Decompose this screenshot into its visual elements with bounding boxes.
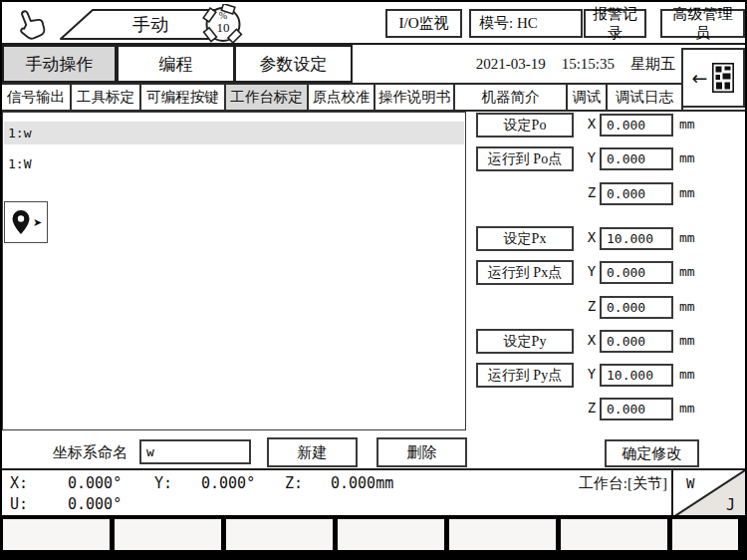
z-axis-value: 0.000mm [331,474,393,492]
coordinate-naming-label: 坐标系命名 [53,443,127,462]
joint-mode-label: J [726,496,735,514]
x-axis-label: X: [10,474,28,492]
softkey-cell[interactable] [114,518,222,551]
list-item[interactable]: 1:w [4,122,464,144]
location-pin-icon [10,209,32,235]
time-text: 15:15:35 [562,56,615,73]
run-to-px-button[interactable]: 运行到 Px点 [476,260,574,285]
subtab-operation-manual[interactable]: 操作说明书 [375,85,455,110]
mode-banner: % 10 手动 [56,4,255,44]
subtab-debug-log[interactable]: 调试日志 [608,85,683,110]
softkey-cell[interactable] [337,518,445,551]
u-axis-value: 0.000° [68,495,122,513]
date-text: 2021-03-19 [476,56,546,73]
workbench-mode-label: 工作台:[关节] [543,474,667,493]
axis-label: Z [585,400,599,416]
set-po-button[interactable]: 设定Po [476,113,574,138]
px-z-field[interactable]: 0.000 [600,296,673,319]
sub-tab-row: 信号输出 工具标定 可编程按键 工作台标定 原点校准 操作说明书 机器简介 调试… [2,85,745,112]
datetime-display: 2021-03-19 15:15:35 星期五 [476,45,675,83]
pin-arrow-icon: ➤ [33,216,42,229]
u-axis-label: U: [10,495,28,513]
po-x-field[interactable]: 0.000 [600,114,673,137]
po-z-field[interactable]: 0.000 [600,182,673,205]
delete-button[interactable]: 删除 [376,437,467,467]
main-tab-row: 手动操作 编程 参数设定 2021-03-19 15:15:35 星期五 [2,45,745,85]
axis-label: X [585,116,599,132]
subtab-origin-calibration[interactable]: 原点校准 [309,85,375,110]
location-pin-button[interactable]: ➤ [4,201,48,243]
unit-label: mm [679,367,695,382]
softkey-cell[interactable] [225,518,334,551]
unit-label: mm [679,117,695,132]
coordinate-system-list: 1:w 1:W ➤ [2,112,466,430]
axis-label: Y [585,149,599,165]
weekday-text: 星期五 [630,55,675,74]
softkey-cell[interactable] [671,518,739,551]
model-number-box: 模号: HC [469,9,583,38]
new-button[interactable]: 新建 [267,437,358,467]
confirm-modify-button[interactable]: 确定修改 [605,439,699,467]
collapse-panel-button[interactable]: ← [681,48,745,108]
po-y-field[interactable]: 0.000 [600,147,673,170]
unit-label: mm [679,264,695,279]
status-bar: X: 0.000° Y: 0.000° Z: 0.000mm U: 0.000°… [2,468,745,515]
unit-label: mm [679,230,695,245]
mode-label: 手动 [132,15,168,35]
z-axis-label: Z: [285,474,303,492]
hand-pointer-icon [12,5,50,43]
set-px-button[interactable]: 设定Px [476,226,574,251]
x-axis-value: 0.000° [68,474,122,492]
speed-value: 10 [217,20,230,35]
y-axis-label: Y: [154,474,172,492]
top-bar: % 10 手动 I/O监视 模号: HC 报警记录 高级管理员 [2,2,745,45]
softkey-cell[interactable] [2,518,111,551]
set-py-button[interactable]: 设定Py [476,329,574,354]
softkey-cell[interactable] [560,518,668,551]
alarm-record-button[interactable]: 报警记录 [584,9,646,38]
speed-gear-icon: % 10 [203,4,241,43]
px-y-field[interactable]: 0.000 [600,261,673,284]
unit-label: mm [679,185,695,200]
list-item[interactable]: 1:W [4,152,464,175]
tab-programming[interactable]: 编程 [117,45,235,83]
io-monitor-button[interactable]: I/O监视 [385,9,462,38]
unit-label: mm [679,150,695,165]
softkey-cell[interactable] [448,518,557,551]
axis-label: X [585,332,599,348]
coordinate-name-input[interactable] [139,439,251,464]
user-level-button[interactable]: 高级管理员 [660,9,745,38]
y-axis-value: 0.000° [201,474,255,492]
back-arrow-icon: ← [692,67,708,89]
robot-teach-pendant-screen: % 10 手动 I/O监视 模号: HC 报警记录 高级管理员 手动操作 编程 … [0,0,747,560]
py-y-field[interactable]: 10.000 [600,364,673,387]
axis-label: Z [585,184,599,200]
world-mode-label: W [686,475,695,491]
subtab-tool-calibration[interactable]: 工具标定 [72,85,141,110]
axis-label: Y [585,263,599,279]
py-z-field[interactable]: 0.000 [600,398,673,420]
subtab-signal-output[interactable]: 信号输出 [2,85,72,110]
unit-label: mm [679,299,695,314]
tab-parameter-settings[interactable]: 参数设定 [234,45,353,83]
axis-label: X [585,229,599,245]
run-to-py-button[interactable]: 运行到 Py点 [476,363,574,388]
axis-label: Z [585,298,599,314]
unit-label: mm [679,333,695,348]
subtab-programmable-keys[interactable]: 可编程按键 [141,85,226,110]
px-x-field[interactable]: 10.000 [600,227,673,250]
run-to-po-button[interactable]: 运行到 Po点 [476,146,574,171]
qr-code-icon [712,63,734,93]
axis-label: Y [585,366,599,382]
subtab-machine-info[interactable]: 机器简介 [455,85,568,110]
softkey-bar [2,515,745,560]
subtab-workbench-calibration[interactable]: 工作台标定 [226,85,309,110]
subtab-debug[interactable]: 调试 [568,85,608,110]
coordinate-mode-toggle[interactable]: W J [671,470,747,517]
unit-label: mm [679,401,695,416]
py-x-field[interactable]: 0.000 [600,330,673,353]
tab-manual-operation[interactable]: 手动操作 [2,45,117,83]
